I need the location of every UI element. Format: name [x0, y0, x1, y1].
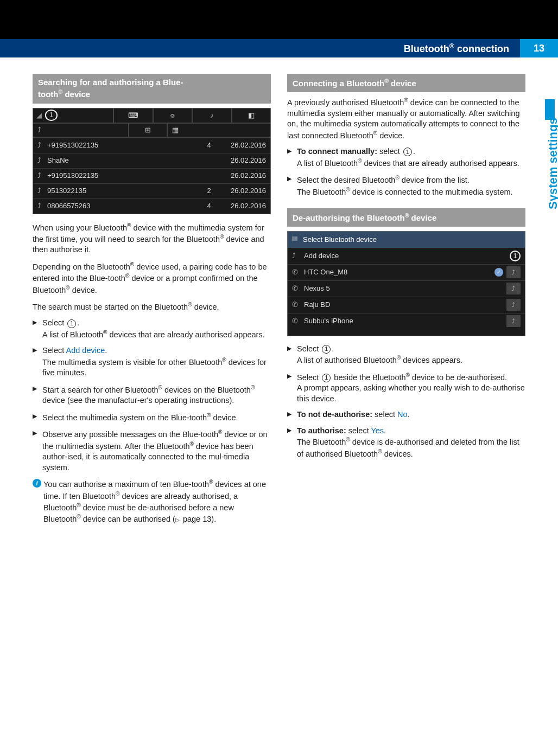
coffee-icon: ◧ [248, 111, 255, 120]
step-item: Start a search for other Bluetooth® devi… [33, 384, 271, 406]
bluetooth-end-icon: ⤴ [506, 315, 521, 327]
select-title: Select Bluetooth device [288, 232, 525, 248]
info-icon: i [33, 479, 41, 488]
check-badge: ✓ [494, 268, 503, 277]
top-black-bar [0, 0, 558, 39]
step-item: Select the multimedia system on the Blue… [33, 412, 271, 423]
device-row: ✆ Subbu's iPhone ⤴ [288, 313, 525, 329]
step-item: To not de-authorise: select No. [287, 409, 525, 420]
bluetooth-end-icon: ⤴ [506, 266, 521, 278]
select-device-screenshot: Select Bluetooth device ⤴ Add device 1 ✆… [287, 231, 525, 336]
call-row: ⤴ShaNe26.02.2016 [33, 153, 270, 168]
side-tab-label: System settings [545, 118, 558, 209]
call-row: ⤴9513022135226.02.2016 [33, 183, 270, 198]
call-row: ⤴08066575263426.02.2016 [33, 198, 270, 214]
bluetooth-icon: ⤴ [292, 251, 299, 261]
circled-1: 1 [67, 319, 76, 328]
body-text: Depending on the Bluetooth® device used,… [33, 261, 271, 296]
phone-icon: ✆ [292, 284, 299, 293]
page-number: 13 [520, 39, 558, 57]
device-row-add: ⤴ Add device 1 [288, 248, 525, 264]
header-title: Bluetooth® connection [404, 42, 520, 55]
triangle-icon: ▷ [175, 516, 180, 524]
step-item: To authorise: select Yes. The Bluetooth®… [287, 426, 525, 459]
header-bar: Bluetooth® connection 13 [0, 39, 558, 57]
step-item: Observe any possible messages on the Blu… [33, 428, 271, 473]
step-item: Select the desired Bluetooth® device fro… [287, 174, 525, 197]
keypad-icon: ⊞ [145, 125, 151, 135]
bluetooth-end-icon: ⤴ [506, 299, 521, 311]
circled-1: 1 [322, 374, 331, 382]
device-row: ✆ HTC One_M8 ✓ ⤴ [288, 264, 525, 280]
section-heading-search: Searching for and authorising a Blue- to… [33, 74, 271, 104]
left-column: Searching for and authorising a Blue- to… [33, 74, 271, 525]
info-note: i You can authorise a maximum of ten Blu… [33, 478, 271, 525]
phone-icon: ✆ [292, 300, 299, 310]
circled-1-white: 1 [510, 251, 521, 261]
circled-1: 1 [403, 148, 412, 156]
step-item: Select 1 beside the Bluetooth® device to… [287, 371, 525, 405]
section-heading-deauth: De-authorising the Bluetooth® device [287, 208, 525, 227]
device-row: ✆ Nexus 5 ⤴ [288, 280, 525, 297]
circled-1: 1 [322, 345, 331, 354]
device-row: ✆ Raju BD ⤴ [288, 297, 525, 313]
section-heading-connect: Connecting a Bluetooth® device [287, 74, 525, 92]
keyboard-icon: ⌨ [128, 111, 138, 120]
body-text: When using your Bluetooth® device with t… [33, 222, 271, 255]
call-row: ⤴+91951302213526.02.2016 [33, 168, 270, 183]
step-item: Select Add device. The multimedia system… [33, 345, 271, 379]
music-icon: ♪ [210, 111, 214, 120]
phone-icon: ✆ [292, 267, 299, 277]
side-tab: System settings [535, 101, 551, 215]
step-item: To connect manually: select 1. A list of… [287, 146, 525, 169]
no-link: No [397, 410, 408, 419]
camera-icon: ⌾ [170, 111, 175, 120]
right-column: System settings Connecting a Bluetooth® … [287, 74, 525, 525]
step-item: Select 1. A list of Bluetooth® devices t… [33, 318, 271, 340]
step-item: Select 1. A list of authorised Bluetooth… [287, 344, 525, 366]
body-text: The search must be started on the Blueto… [33, 301, 271, 312]
phone-icon: ✆ [292, 316, 299, 326]
grid-icon: ▦ [172, 125, 179, 135]
add-device-link: Add device [66, 346, 105, 355]
call-row: ⤴+919513022135426.02.2016 [33, 138, 270, 153]
bluetooth-icon: ⤴ [37, 125, 44, 135]
circled-1-screenshot: 1 [45, 110, 58, 120]
signal-icon: ◢ [36, 111, 42, 120]
bluetooth-end-icon: ⤴ [506, 283, 521, 294]
body-text: A previously authorised Bluetooth® devic… [287, 97, 525, 141]
device-screenshot-list: ◢ 1 ⌨ ⌾ ♪ ◧ ⤴ ⊞ ▦ ⤴+919513022135426.02.2… [33, 108, 271, 214]
yes-link: Yes [371, 426, 384, 435]
